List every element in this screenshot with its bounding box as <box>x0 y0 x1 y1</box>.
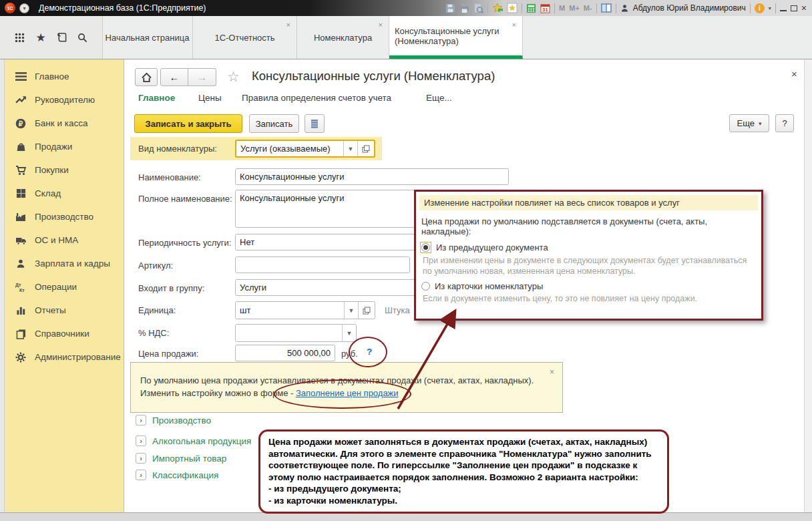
ruble-icon: ₽ <box>15 118 27 129</box>
option-item-card[interactable]: Из карточки номенклатуры <box>421 281 757 291</box>
expand-icon[interactable]: › <box>136 453 146 464</box>
section-imported-goods[interactable]: › Импортный товар <box>136 453 226 464</box>
sidebar-item-administration[interactable]: Администрирование <box>5 345 124 369</box>
trend-icon <box>15 95 27 105</box>
radio-unselected-icon[interactable] <box>421 282 430 291</box>
full-name-label: Полное наименование: <box>138 194 232 204</box>
back-button[interactable]: ← <box>160 68 188 86</box>
memory-recall-button[interactable]: M <box>559 4 565 12</box>
vertical-scrollbar[interactable] <box>804 59 812 512</box>
option-previous-document[interactable]: Из предыдущего документа <box>420 242 757 253</box>
search-icon[interactable] <box>77 33 87 43</box>
add-favorite-icon[interactable] <box>492 3 503 13</box>
panel-scroll-strip[interactable] <box>0 59 5 512</box>
kind-label: Вид номенклатуры: <box>138 144 217 154</box>
menu-grid-icon[interactable] <box>15 33 25 43</box>
form-tab-more[interactable]: Еще... <box>426 93 452 103</box>
favorites-icon[interactable] <box>507 3 518 13</box>
price-label: Цена продажи: <box>138 349 198 359</box>
close-form-icon[interactable]: × <box>791 68 797 79</box>
vat-combo[interactable]: ▼ <box>235 324 357 342</box>
system-menu-button[interactable]: ▾ <box>19 3 29 13</box>
dropdown-arrow-icon[interactable]: ▼ <box>342 325 356 341</box>
memory-add-button[interactable]: M+ <box>569 4 580 12</box>
tool-panel: ★ <box>0 16 103 59</box>
section-classification[interactable]: › Классификация <box>136 470 218 480</box>
kind-combo[interactable]: Услуги (оказываемые) ▼ <box>235 140 375 158</box>
expand-icon[interactable]: › <box>136 415 146 425</box>
close-window-button[interactable]: × <box>801 3 807 13</box>
forward-button[interactable]: → <box>188 68 216 86</box>
tab-home[interactable]: Начальная страница <box>102 16 193 59</box>
price-fill-settings-popup: Изменение настройки повлияет на весь спи… <box>414 190 763 321</box>
close-tab-icon[interactable]: × <box>286 21 290 28</box>
app-logo-icon: 1С <box>5 3 15 13</box>
sidebar-item-warehouse[interactable]: Склад <box>5 182 124 205</box>
minimize-button[interactable] <box>780 5 787 11</box>
form-tab-prices[interactable]: Цены <box>198 93 222 103</box>
vat-label: % НДС: <box>138 328 169 338</box>
print-icon[interactable] <box>459 3 469 13</box>
sidebar-item-operations[interactable]: ДтКт Операции <box>5 275 124 299</box>
chevron-down-icon[interactable]: ▾ <box>769 5 771 11</box>
sidebar-item-bank-cash[interactable]: ₽ Банк и касса <box>5 112 124 135</box>
sidebar-item-purchases[interactable]: Покупки <box>5 158 124 182</box>
sidebar-item-salary-hr[interactable]: Зарплата и кадры <box>5 252 124 275</box>
maximize-button[interactable] <box>791 5 797 11</box>
save-button[interactable]: Записать <box>249 114 299 133</box>
more-actions-button[interactable]: Еще▾ <box>729 114 769 132</box>
tab-nomenclature[interactable]: Номенклатура× <box>297 16 389 59</box>
red-arrow <box>382 302 465 414</box>
favorite-star-icon[interactable]: ☆ <box>227 69 240 85</box>
tab-1c-reporting[interactable]: 1С-Отчетность× <box>193 16 297 59</box>
save-and-close-button[interactable]: Записать и закрыть <box>134 114 242 133</box>
calculator-icon[interactable] <box>526 3 536 13</box>
sidebar-item-fixed-assets[interactable]: ОС и НМА <box>5 228 124 252</box>
expand-icon[interactable]: › <box>136 436 146 446</box>
expand-icon[interactable]: › <box>136 470 146 480</box>
tab-consulting-services[interactable]: Консультационные услуги (Номенклатура)× <box>389 16 523 59</box>
close-tab-icon[interactable]: × <box>379 21 383 28</box>
history-icon[interactable] <box>57 32 67 43</box>
name-input[interactable]: Консультационные услуги <box>235 168 509 185</box>
memory-subtract-button[interactable]: M- <box>584 4 592 12</box>
save-icon[interactable] <box>445 3 455 13</box>
radio-selected-icon[interactable] <box>421 243 430 252</box>
sidebar-item-reports[interactable]: Отчеты <box>5 299 124 322</box>
current-user-name[interactable]: Абдулов Юрий Владимирович <box>633 3 746 13</box>
form-tab-account-rules[interactable]: Правила определения счетов учета <box>242 93 391 103</box>
close-tooltip-icon[interactable]: × <box>550 367 554 377</box>
dropdown-arrow-icon[interactable]: ▼ <box>344 302 358 319</box>
article-input[interactable] <box>235 256 410 273</box>
sidebar-item-references[interactable]: Справочники <box>5 322 124 345</box>
section-alcohol[interactable]: › Алкогольная продукция <box>136 436 251 446</box>
group-label: Входит в группу: <box>138 283 204 293</box>
popup-warning: Изменение настройки повлияет на весь спи… <box>419 195 758 210</box>
sidebar-item-production[interactable]: Производство <box>5 205 124 228</box>
svg-text:Кт: Кт <box>19 288 25 293</box>
article-label: Артикул: <box>138 260 173 271</box>
dropdown-arrow-icon[interactable]: ▼ <box>343 141 357 156</box>
info-icon[interactable]: i <box>755 3 765 13</box>
debit-credit-icon: ДтКт <box>15 282 27 293</box>
preview-icon[interactable] <box>473 3 483 13</box>
separator <box>596 3 597 13</box>
help-button[interactable]: ? <box>775 114 794 132</box>
reports-stack-button[interactable] <box>304 114 325 133</box>
split-window-icon[interactable] <box>601 3 612 13</box>
sidebar-item-sales[interactable]: Продажи <box>5 135 124 158</box>
sidebar-item-manager[interactable]: Руководителю <box>5 88 124 112</box>
sidebar-item-main[interactable]: Главное <box>5 65 124 88</box>
section-production[interactable]: › Производство <box>136 415 211 425</box>
calendar-icon[interactable]: 31 <box>540 3 550 13</box>
price-input[interactable]: 500 000,00 <box>235 345 335 361</box>
home-button[interactable] <box>135 68 158 86</box>
close-tab-icon[interactable]: × <box>512 21 516 28</box>
unit-combo[interactable]: шт ▼ <box>235 301 375 319</box>
open-item-icon[interactable] <box>358 302 375 319</box>
annotation-bullet2: - из карточки номенклатуры. <box>268 495 659 507</box>
form-tab-main[interactable]: Главное <box>138 93 175 103</box>
favorites-star-icon[interactable]: ★ <box>35 31 45 45</box>
separator <box>616 3 616 13</box>
open-item-icon[interactable] <box>357 141 374 156</box>
